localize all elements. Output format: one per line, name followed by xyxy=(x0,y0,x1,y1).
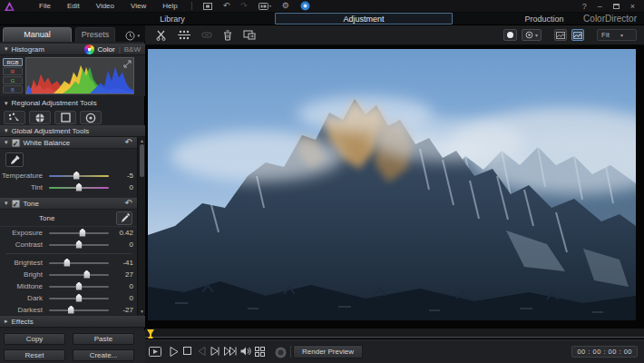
channel-r-button[interactable]: R xyxy=(3,67,23,75)
close-button[interactable]: × xyxy=(630,2,635,11)
seek-track[interactable] xyxy=(145,337,644,338)
expand-icon: ▸ xyxy=(5,318,8,325)
slider-thumb[interactable] xyxy=(76,282,83,290)
snapshot-button[interactable] xyxy=(275,347,287,358)
playhead-marker[interactable] xyxy=(146,329,155,338)
seek-bar[interactable] xyxy=(145,329,644,339)
paste-button[interactable]: Paste xyxy=(73,333,134,345)
tone-subtab[interactable]: Tone xyxy=(39,214,54,222)
slider-thumb[interactable] xyxy=(83,270,90,279)
collapse-icon: ▾ xyxy=(5,200,8,207)
slider-thumb[interactable] xyxy=(79,229,85,237)
minimize-button[interactable]: – xyxy=(598,2,602,11)
adjustment-brush-button[interactable] xyxy=(116,211,132,225)
ring-mask-tool[interactable] xyxy=(80,111,102,124)
effects-header[interactable]: ▸ Effects xyxy=(0,316,145,328)
dark-slider[interactable] xyxy=(49,298,109,299)
channel-rgb-button[interactable]: RGB xyxy=(3,58,23,66)
slider-thumb[interactable] xyxy=(63,259,70,267)
menu-video[interactable]: Video xyxy=(88,2,122,10)
histogram-bw-toggle[interactable]: B&W xyxy=(124,45,141,54)
contrast-slider[interactable] xyxy=(49,244,109,246)
channel-g-button[interactable]: G xyxy=(3,76,23,84)
zoom-fit-dropdown[interactable]: Fit ▾ xyxy=(597,29,637,41)
radial-filter-tool[interactable] xyxy=(29,111,51,124)
white-balance-header[interactable]: ▾ ✓ White Balance ↶ xyxy=(0,137,137,149)
link-adjustment-icon[interactable] xyxy=(201,30,212,40)
global-tools-header[interactable]: ▾ Global Adjustment Tools xyxy=(0,125,145,137)
menu-edit[interactable]: Edit xyxy=(59,2,88,10)
slider-thumb[interactable] xyxy=(68,306,74,314)
brightest-slider[interactable] xyxy=(49,262,109,264)
delete-icon[interactable] xyxy=(223,30,232,41)
preview-window-button[interactable] xyxy=(149,347,161,357)
exposure-slider[interactable] xyxy=(49,232,109,234)
compare-after-button[interactable] xyxy=(571,29,584,41)
previous-frame-button[interactable] xyxy=(198,347,206,356)
histogram-color-toggle[interactable]: Color xyxy=(98,45,115,54)
preview-mode-dropdown[interactable]: ▾ xyxy=(522,29,542,41)
tone-checkbox[interactable]: ✓ xyxy=(12,200,20,208)
regional-tools-header[interactable]: ▾ Regional Adjustment Tools xyxy=(0,97,145,109)
display-mode-icon[interactable] xyxy=(259,3,271,10)
tab-library[interactable]: Library xyxy=(136,15,209,24)
grid-view-icon[interactable] xyxy=(255,347,265,357)
fast-forward-button[interactable] xyxy=(224,347,237,356)
tint-slider[interactable] xyxy=(49,187,109,189)
compare-before-button[interactable] xyxy=(554,29,567,41)
volume-button[interactable] xyxy=(240,347,251,356)
scrollbar-thumb[interactable] xyxy=(140,144,144,177)
bright-slider[interactable] xyxy=(49,274,109,276)
menu-view[interactable]: View xyxy=(122,2,154,10)
create-button[interactable]: Create... xyxy=(73,349,134,361)
contrast-value: 0 xyxy=(115,240,133,249)
tone-reset-icon[interactable]: ↶ xyxy=(125,199,132,208)
darkest-slider[interactable] xyxy=(49,309,109,311)
white-balance-reset-icon[interactable]: ↶ xyxy=(125,138,132,147)
capture-screen-icon[interactable] xyxy=(203,3,212,10)
help-button[interactable]: ? xyxy=(582,2,587,11)
slider-thumb[interactable] xyxy=(76,294,83,302)
channel-b-button[interactable]: B xyxy=(3,85,23,93)
white-balance-checkbox[interactable]: ✓ xyxy=(12,139,20,147)
mask-brush-tool[interactable] xyxy=(4,111,25,124)
video-preview[interactable] xyxy=(148,49,636,320)
tab-presets[interactable]: Presets xyxy=(75,27,115,42)
color-wheel-icon[interactable] xyxy=(84,44,94,54)
detach-panel-icon[interactable] xyxy=(243,30,256,40)
temperature-slider[interactable] xyxy=(49,175,109,177)
slider-thumb[interactable] xyxy=(76,240,83,249)
copy-button[interactable]: Copy xyxy=(4,333,65,345)
keyframe-icon[interactable] xyxy=(178,30,190,40)
history-button[interactable]: ▾ xyxy=(125,29,140,42)
cyberlink-cloud-icon[interactable] xyxy=(300,1,310,11)
maximize-button[interactable] xyxy=(613,4,620,9)
white-balance-dropper-button[interactable] xyxy=(5,152,24,167)
histogram-header[interactable]: ▾ Histogram Color | B&W xyxy=(0,44,145,55)
tone-header[interactable]: ▾ ✓ Tone ↶ xyxy=(0,198,137,210)
midtone-slider[interactable] xyxy=(49,286,109,288)
menu-help[interactable]: Help xyxy=(154,2,185,10)
show-mask-toggle[interactable] xyxy=(503,29,517,41)
tab-manual[interactable]: Manual xyxy=(3,27,72,42)
slider-thumb[interactable] xyxy=(73,172,80,180)
gradient-mask-tool[interactable] xyxy=(54,111,76,124)
stop-button[interactable] xyxy=(183,347,191,355)
undo-icon[interactable]: ↶ xyxy=(223,2,230,10)
split-clip-icon[interactable] xyxy=(156,30,167,41)
render-preview-button[interactable]: Render Preview xyxy=(293,345,363,358)
histogram-title: Histogram xyxy=(12,45,44,54)
histogram-canvas[interactable] xyxy=(25,57,134,94)
histogram-expand-icon[interactable] xyxy=(123,60,132,68)
adjustment-panel: Manual Presets ▾ ▾ Histogram Color | B&W… xyxy=(0,25,145,363)
tab-adjustment[interactable]: Adjustment xyxy=(275,13,453,25)
slider-thumb[interactable] xyxy=(76,183,83,191)
panel-scrollbar[interactable]: ▲ ▼ xyxy=(137,137,145,315)
menu-file[interactable]: File xyxy=(31,2,59,10)
redo-icon[interactable]: ↷ xyxy=(240,2,248,10)
reset-button[interactable]: Reset xyxy=(4,349,65,361)
tab-production[interactable]: Production xyxy=(508,15,581,24)
play-button[interactable] xyxy=(170,347,179,357)
next-frame-button[interactable] xyxy=(210,347,220,356)
settings-gear-icon[interactable]: ⚙ xyxy=(282,2,289,10)
